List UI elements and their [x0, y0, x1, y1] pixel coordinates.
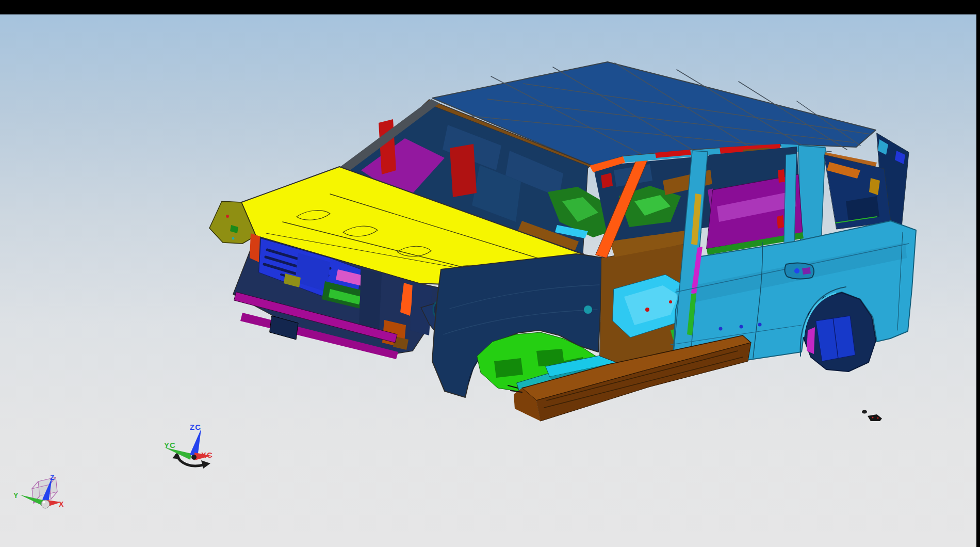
- abs-x-label: X: [59, 501, 64, 508]
- front-navy-column[interactable]: [359, 268, 382, 330]
- rear-door-vent-bar[interactable]: [784, 154, 796, 248]
- floor-green-detail[interactable]: [494, 358, 523, 378]
- debris-red-dot[interactable]: [872, 417, 874, 419]
- abs-origin-ball-highlight[interactable]: [43, 501, 45, 504]
- body-plug-dot[interactable]: [740, 325, 743, 329]
- window-top-bar: [0, 0, 980, 14]
- door-handle-blue-dot[interactable]: [794, 268, 799, 274]
- floor-red-detail[interactable]: [645, 308, 649, 312]
- floor-red-detail[interactable]: [669, 300, 672, 303]
- window-right-bar: [976, 0, 980, 547]
- debris-red-dot[interactable]: [877, 417, 879, 419]
- rear-door-red-bit[interactable]: [778, 169, 785, 183]
- abs-z-label: Z: [50, 474, 55, 481]
- wcs-y-label: YC: [164, 441, 176, 449]
- body-plug-dot[interactable]: [758, 323, 762, 327]
- interior-red-bit[interactable]: [601, 173, 613, 188]
- debris-part[interactable]: [868, 414, 882, 421]
- abs-y-label: Y: [13, 492, 19, 499]
- ws-red-part[interactable]: [450, 144, 477, 197]
- body-plug-dot[interactable]: [719, 327, 723, 331]
- arch-magenta-sliver[interactable]: [807, 327, 815, 354]
- fender-tip-red-detail[interactable]: [226, 215, 229, 218]
- cad-window: ZC YC XC Z Y X: [0, 0, 980, 547]
- wcs-z-label: ZC: [190, 423, 201, 431]
- wcs-x-label: XC: [201, 451, 213, 459]
- door-handle-purple-bit[interactable]: [802, 267, 811, 275]
- debris-speck[interactable]: [862, 410, 867, 414]
- model-canvas[interactable]: [0, 14, 976, 547]
- wcs-hub[interactable]: [191, 455, 197, 460]
- fender-teal-plug[interactable]: [584, 305, 592, 314]
- graphics-viewport[interactable]: ZC YC XC Z Y X: [0, 14, 976, 547]
- abs-origin-ball[interactable]: [41, 500, 50, 508]
- wcs-rotation-arrowhead[interactable]: [201, 460, 210, 469]
- rear-door-red-bit[interactable]: [777, 215, 784, 229]
- fender-tip-teal-detail[interactable]: [232, 237, 235, 240]
- front-orange-sliver[interactable]: [250, 233, 260, 262]
